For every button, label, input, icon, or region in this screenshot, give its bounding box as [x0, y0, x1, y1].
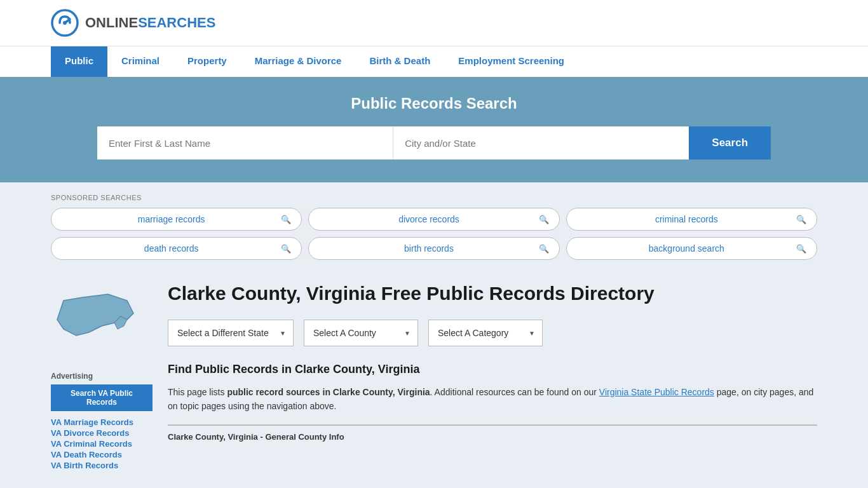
category-select[interactable]: Select A Category — [428, 320, 543, 346]
sidebar-links: VA Marriage Records VA Divorce Records V… — [51, 417, 153, 470]
svg-point-2 — [63, 21, 67, 25]
pill-divorce-search-icon: 🔍 — [539, 215, 549, 224]
main-container: SPONSORED SEARCHES marriage records 🔍 di… — [0, 182, 868, 485]
pill-birth-records[interactable]: birth records 🔍 — [308, 237, 559, 260]
page-title: Clarke County, Virginia Free Public Reco… — [168, 281, 817, 306]
logo-online: ONLINE — [85, 15, 138, 30]
state-select-wrapper: Select a Different State — [168, 320, 294, 346]
pill-death-records[interactable]: death records 🔍 — [51, 237, 302, 260]
pill-death-records-label: death records — [62, 243, 281, 254]
search-button[interactable]: Search — [689, 126, 771, 159]
pill-divorce-records-label: divorce records — [319, 214, 538, 224]
location-input[interactable] — [393, 126, 689, 159]
nav-item-employment[interactable]: Employment Screening — [444, 46, 578, 77]
sidebar: Advertising Search VA Public Records VA … — [51, 281, 153, 470]
state-select[interactable]: Select a Different State — [168, 320, 294, 346]
hero-title: Public Records Search — [51, 95, 817, 112]
hero-band: Public Records Search Search — [0, 77, 868, 182]
pill-background-search[interactable]: background search 🔍 — [566, 237, 817, 260]
pill-criminal-records[interactable]: criminal records 🔍 — [566, 208, 817, 231]
nav-item-property[interactable]: Property — [173, 46, 241, 77]
desc-part1: This page lists — [168, 387, 227, 397]
pill-background-search-icon: 🔍 — [796, 244, 806, 254]
main-nav: Public Criminal Property Marriage & Divo… — [0, 46, 868, 77]
pill-marriage-records[interactable]: marriage records 🔍 — [51, 208, 302, 231]
sidebar-link-criminal[interactable]: VA Criminal Records — [51, 439, 153, 449]
sponsored-section: SPONSORED SEARCHES marriage records 🔍 di… — [51, 182, 817, 260]
sidebar-link-divorce[interactable]: VA Divorce Records — [51, 428, 153, 438]
selects-row: Select a Different State Select A County… — [168, 320, 817, 346]
desc-part2: . Additional resources can be found on o… — [430, 387, 599, 397]
county-info-bar: Clarke County, Virginia - General County… — [168, 424, 817, 442]
pill-background-search-label: background search — [577, 243, 796, 254]
pill-marriage-search-icon: 🔍 — [281, 215, 291, 224]
logo-searches: SEARCHES — [138, 15, 215, 30]
pill-criminal-records-label: criminal records — [577, 214, 796, 224]
county-select-wrapper: Select A County — [304, 320, 418, 346]
sidebar-ad-button[interactable]: Search VA Public Records — [51, 384, 153, 411]
desc-bold: public record sources in Clarke County, … — [227, 387, 430, 397]
find-records-title: Find Public Records in Clarke County, Vi… — [168, 363, 817, 376]
advertising-label: Advertising — [51, 372, 153, 381]
nav-inner: Public Criminal Property Marriage & Divo… — [0, 46, 868, 77]
svg-marker-3 — [57, 294, 133, 336]
pill-birth-search-icon: 🔍 — [539, 244, 549, 254]
content-area: Advertising Search VA Public Records VA … — [51, 266, 817, 485]
pill-divorce-records[interactable]: divorce records 🔍 — [308, 208, 559, 231]
sponsored-row-2: death records 🔍 birth records 🔍 backgrou… — [51, 237, 817, 260]
pill-marriage-records-label: marriage records — [62, 214, 281, 224]
sidebar-link-marriage[interactable]: VA Marriage Records — [51, 417, 153, 427]
sidebar-link-death[interactable]: VA Death Records — [51, 450, 153, 459]
description-text: This page lists public record sources in… — [168, 385, 817, 414]
sidebar-link-birth[interactable]: VA Birth Records — [51, 461, 153, 470]
logo-icon — [51, 9, 79, 37]
county-select[interactable]: Select A County — [304, 320, 418, 346]
logo[interactable]: ONLINESEARCHES — [51, 9, 215, 37]
nav-item-public[interactable]: Public — [51, 46, 107, 77]
name-input[interactable] — [97, 126, 393, 159]
pill-criminal-search-icon: 🔍 — [796, 215, 806, 224]
logo-text: ONLINESEARCHES — [85, 15, 215, 31]
main-content: Clarke County, Virginia Free Public Reco… — [168, 281, 817, 470]
sponsored-label: SPONSORED SEARCHES — [51, 194, 817, 201]
category-select-wrapper: Select A Category — [428, 320, 543, 346]
virginia-map — [51, 281, 140, 358]
nav-item-marriage-divorce[interactable]: Marriage & Divorce — [241, 46, 356, 77]
sponsored-row-1: marriage records 🔍 divorce records 🔍 cri… — [51, 208, 817, 231]
pill-death-search-icon: 🔍 — [281, 244, 291, 254]
nav-item-birth-death[interactable]: Birth & Death — [355, 46, 444, 77]
virginia-state-link[interactable]: Virginia State Public Records — [599, 387, 714, 397]
nav-item-criminal[interactable]: Criminal — [107, 46, 173, 77]
content-column: SPONSORED SEARCHES marriage records 🔍 di… — [51, 182, 817, 485]
site-header: ONLINESEARCHES — [0, 0, 868, 46]
search-row: Search — [97, 126, 771, 159]
pill-birth-records-label: birth records — [319, 243, 538, 254]
